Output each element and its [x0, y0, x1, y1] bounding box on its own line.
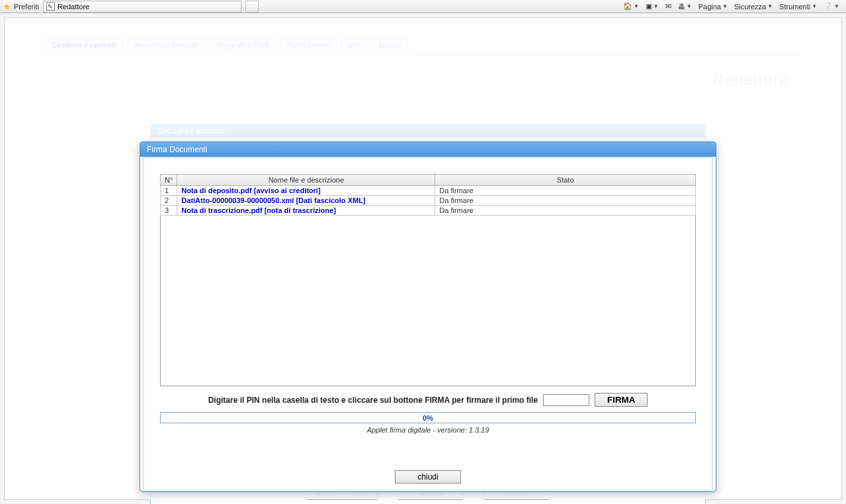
- file-link[interactable]: Nota di trascrizione.pdf [nota di trascr…: [181, 206, 335, 214]
- table-row: 3 Nota di trascrizione.pdf [nota di tras…: [161, 206, 696, 216]
- row-status: Da firmare: [435, 196, 696, 206]
- row-num: 3: [161, 206, 177, 216]
- home-icon: 🏠: [623, 2, 632, 11]
- favorites-button[interactable]: ★ Preferiti: [3, 1, 39, 12]
- row-status: Da firmare: [435, 186, 696, 196]
- command-bar: 🏠▼ ▣▼ ✉ 🖶▼ Pagina▼ Sicurezza▼ Strumenti▼…: [623, 2, 843, 11]
- modal-close-button[interactable]: chiudi: [395, 470, 461, 483]
- tab-info[interactable]: Info: [341, 38, 367, 52]
- help-icon: ❔: [824, 2, 833, 11]
- row-status: Da firmare: [435, 206, 696, 216]
- table-empty-area: [160, 216, 696, 386]
- rss-icon: ▣: [646, 2, 652, 11]
- home-button[interactable]: 🏠▼: [623, 2, 639, 11]
- page-icon: ✎: [46, 2, 55, 11]
- mail-button[interactable]: ✉: [665, 2, 671, 11]
- dettaglio-header: Dettaglio Fascicolo: [151, 124, 705, 138]
- app-nav-tabs: Gestione Fascicoli Anagrafica Avvocati A…: [44, 38, 802, 54]
- modal-title: Firma Documenti: [140, 142, 716, 157]
- app-shell: Gestione Fascicoli Anagrafica Avvocati A…: [4, 17, 842, 500]
- file-link[interactable]: Nota di deposito.pdf [avviso ai creditor…: [181, 187, 320, 194]
- print-button[interactable]: 🖶▼: [678, 3, 692, 11]
- pin-row: Digitare il PIN nella casella di testo e…: [160, 393, 696, 407]
- star-icon: ★: [3, 1, 11, 12]
- app-logo-text: Redattore: [713, 71, 788, 89]
- tab-anagrafica-avvocati[interactable]: Anagrafica Avvocati: [127, 38, 205, 52]
- browser-tab[interactable]: ✎ Redattore: [43, 1, 241, 13]
- col-header-name: Nome file e descrizione: [177, 175, 435, 186]
- tab-logout[interactable]: Logout: [371, 38, 408, 52]
- row-num: 2: [161, 196, 177, 206]
- tab-gestione[interactable]: Gestione Fascicoli: [44, 38, 123, 52]
- applet-version-label: Applet firma digitale - versione: 1.3.19: [160, 426, 696, 434]
- feeds-button[interactable]: ▣▼: [646, 2, 659, 11]
- firma-documenti-modal: Firma Documenti N° Nome file e descrizio…: [140, 142, 716, 492]
- pin-instruction: Digitare il PIN nella casella di testo e…: [208, 396, 538, 405]
- file-link[interactable]: DatiAtto-00000039-00000050.xml [Dati fas…: [181, 196, 365, 204]
- browser-toolbar: ★ Preferiti ✎ Redattore 🏠▼ ▣▼ ✉ 🖶▼ Pagin…: [0, 0, 846, 13]
- tab-ruolo-utente[interactable]: Ruolo Utente: [280, 38, 337, 52]
- table-row: 2 DatiAtto-00000039-00000050.xml [Dati f…: [161, 196, 696, 206]
- mail-icon: ✉: [665, 2, 671, 11]
- col-header-status: Stato: [435, 175, 696, 186]
- table-row: 1 Nota di deposito.pdf [avviso ai credit…: [161, 186, 696, 196]
- page-menu[interactable]: Pagina▼: [698, 3, 728, 11]
- tools-menu[interactable]: Strumenti▼: [779, 3, 817, 11]
- new-tab-button[interactable]: [245, 1, 259, 13]
- row-num: 1: [161, 186, 177, 196]
- favorites-label: Preferiti: [14, 3, 39, 11]
- tab-title: Redattore: [58, 3, 89, 11]
- firma-button[interactable]: FIRMA: [595, 393, 648, 407]
- tab-anagrafica-parti[interactable]: Anagrafica Parti: [210, 38, 276, 52]
- progress-bar: 0%: [160, 412, 696, 423]
- pin-input[interactable]: [543, 394, 589, 406]
- file-table: N° Nome file e descrizione Stato 1 Nota …: [160, 174, 696, 216]
- print-icon: 🖶: [678, 3, 685, 11]
- help-button[interactable]: ❔▼: [824, 2, 839, 11]
- security-menu[interactable]: Sicurezza▼: [734, 3, 773, 11]
- col-header-num: N°: [161, 175, 177, 186]
